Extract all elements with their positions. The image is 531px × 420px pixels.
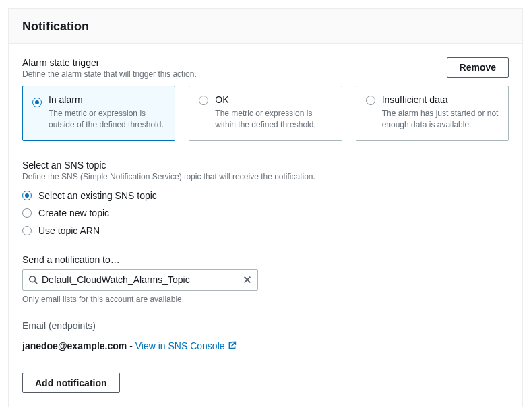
trigger-title: Alarm state trigger: [22, 57, 197, 68]
add-notification-button[interactable]: Add notification: [22, 373, 120, 393]
tile-desc: The metric or expression is outside of t…: [49, 108, 165, 131]
tile-ok[interactable]: OK The metric or expression is within th…: [189, 86, 342, 141]
tile-in-alarm[interactable]: In alarm The metric or expression is out…: [22, 86, 175, 141]
trigger-header: Alarm state trigger Define the alarm sta…: [22, 57, 509, 79]
send-to-field: Send a notification to…: [22, 254, 509, 304]
radio-icon: [32, 96, 42, 131]
radio-label: Select an existing SNS topic: [38, 190, 157, 201]
close-icon: [243, 275, 252, 284]
view-sns-console-link[interactable]: View in SNS Console: [135, 340, 237, 351]
external-link-icon: [228, 341, 237, 350]
svg-line-1: [35, 281, 38, 284]
sns-radios: Select an existing SNS topic Create new …: [22, 187, 509, 239]
radio-existing-topic[interactable]: Select an existing SNS topic: [22, 187, 509, 204]
endpoints-section: Email (endpoints) janedoe@example.com - …: [22, 320, 509, 351]
sns-section: Select an SNS topic Define the SNS (Simp…: [22, 160, 509, 239]
endpoint-dash: -: [127, 340, 135, 351]
remove-button[interactable]: Remove: [447, 57, 509, 78]
send-to-helper: Only email lists for this account are av…: [22, 295, 509, 304]
notification-panel: Notification Alarm state trigger Define …: [8, 8, 523, 407]
add-notification-row: Add notification: [22, 373, 509, 393]
radio-icon: [199, 96, 208, 131]
endpoint-line: janedoe@example.com - View in SNS Consol…: [22, 340, 509, 351]
clear-input-button[interactable]: [241, 274, 253, 286]
radio-icon: [22, 226, 32, 235]
svg-point-0: [30, 276, 36, 282]
tile-insufficient-data[interactable]: Insufficient data The alarm has just sta…: [356, 86, 509, 141]
link-text: View in SNS Console: [135, 340, 225, 351]
svg-line-4: [231, 342, 235, 347]
panel-title: Notification: [22, 20, 509, 34]
radio-icon: [366, 96, 375, 131]
radio-use-arn[interactable]: Use topic ARN: [22, 222, 509, 239]
radio-label: Use topic ARN: [38, 225, 100, 236]
panel-body: Alarm state trigger Define the alarm sta…: [9, 44, 522, 407]
radio-icon: [22, 191, 32, 200]
send-to-label: Send a notification to…: [22, 254, 509, 265]
tile-title: Insufficient data: [382, 94, 499, 105]
trigger-desc: Define the alarm state that will trigger…: [22, 69, 197, 79]
tile-desc: The metric or expression is within the d…: [215, 108, 332, 131]
sns-title: Select an SNS topic: [22, 160, 509, 171]
tile-desc: The alarm has just started or not enough…: [382, 108, 499, 131]
radio-create-topic[interactable]: Create new topic: [22, 204, 509, 222]
topic-input-wrap: [22, 269, 258, 291]
endpoints-label: Email (endpoints): [22, 320, 509, 331]
radio-label: Create new topic: [38, 208, 109, 218]
sns-desc: Define the SNS (Simple Notification Serv…: [22, 172, 509, 181]
tile-title: OK: [215, 94, 332, 105]
tile-title: In alarm: [49, 94, 165, 105]
radio-icon: [22, 208, 32, 218]
search-icon: [28, 275, 38, 284]
panel-header: Notification: [9, 9, 522, 44]
trigger-tiles: In alarm The metric or expression is out…: [22, 86, 509, 141]
endpoint-email: janedoe@example.com: [22, 340, 127, 351]
topic-input[interactable]: [42, 274, 237, 285]
